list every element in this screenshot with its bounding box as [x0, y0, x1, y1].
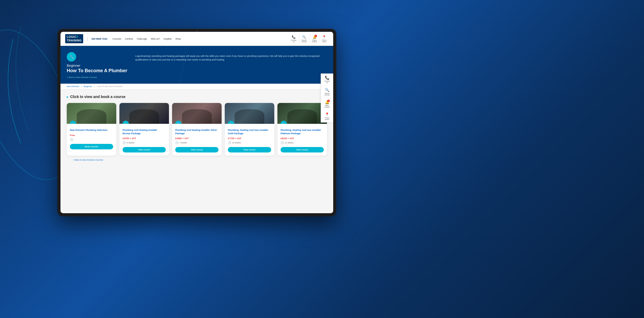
sidebar-search-label: Search courses	[324, 93, 330, 96]
nav-why-us[interactable]: Why us?	[151, 38, 160, 40]
card-duration-3: 🕐 7 weeks	[175, 141, 218, 144]
logo-area: LOGIC4TRAINING | 020 8845 7222	[65, 34, 107, 43]
phone-divider: |	[87, 36, 88, 41]
nav-insights[interactable]: Insights	[163, 38, 172, 40]
card-image-2: 🔧	[119, 103, 169, 124]
phone-icon: 📞	[292, 35, 296, 39]
clock-icon-2: 🕐	[123, 141, 126, 144]
course-card-bronze: 🔧 Plumbing And Heating Installer Bronze …	[119, 103, 169, 156]
hero-back-link[interactable]: < Back to New Entrants Courses	[67, 76, 127, 78]
header-actions: 📞 Contact us 🔍 Searchcourses 🔔 4	[289, 34, 329, 44]
search-courses-button[interactable]: 🔍 Searchcourses	[299, 34, 309, 44]
card-body-1: New Entrants Plumbing Induction Free 🕐 -…	[67, 124, 116, 152]
clock-icon-3: 🕐	[175, 141, 178, 144]
sidebar-location-icon: 📍	[325, 112, 329, 117]
card-person-2	[129, 109, 159, 124]
breadcrumb-sep-2: »	[94, 85, 95, 88]
offers-badge-count: 4	[314, 35, 317, 37]
clock-icon-1: 🕐	[70, 138, 73, 141]
logo[interactable]: LOGIC4TRAINING	[65, 34, 83, 43]
sidebar-search-button[interactable]: 🔍 Search courses	[321, 86, 333, 98]
laptop-frame: LOGIC4TRAINING | 020 8845 7222 Courses C…	[57, 29, 336, 216]
search-label: Searchcourses	[301, 39, 307, 42]
contact-us-button[interactable]: 📞 Contact us	[289, 34, 299, 44]
card-person-5	[287, 109, 317, 124]
find-centre-button[interactable]: 📍 Find acentre	[320, 34, 329, 44]
duration-text-5: 11 weeks	[285, 142, 294, 144]
duration-text-2: 6 weeks	[127, 142, 134, 144]
breadcrumb-current: How To Become A Plumber	[98, 85, 123, 88]
bell-icon: 🔔 4	[313, 35, 317, 39]
card-duration-1: 🕐 -	[70, 138, 113, 141]
clock-icon-4: 🕐	[228, 141, 231, 144]
hero-title: How To Become A Plumber	[67, 68, 127, 74]
card-btn-3[interactable]: View course	[175, 147, 218, 152]
card-price-2: £3700 + VAT	[123, 137, 166, 140]
duration-text-4: 10 weeks	[232, 142, 241, 144]
nav-shop[interactable]: Shop	[175, 38, 181, 40]
hero-inner: 🔧 Beginner How To Become A Plumber < Bac…	[67, 52, 327, 78]
card-price-1: Free	[70, 134, 113, 137]
card-btn-1[interactable]: Book session	[70, 144, 113, 149]
sidebar-contact-button[interactable]: 📞 Contact us	[321, 74, 333, 86]
sidebar-phone-icon: 📞	[325, 76, 329, 80]
card-person-1	[77, 109, 106, 124]
card-duration-2: 🕐 6 weeks	[123, 141, 166, 144]
card-body-2: Plumbing And Heating Installer Bronze Pa…	[119, 124, 169, 156]
card-title-3: Plumbing And Heating Installer Silver Pa…	[175, 129, 218, 135]
card-btn-2[interactable]: View course	[123, 147, 166, 152]
duration-text-3: 7 weeks	[179, 142, 187, 144]
nav-clublogic[interactable]: ClubLogic	[137, 38, 147, 40]
courses-grid: 🔧 New Entrants Plumbing Induction Free 🕐…	[67, 103, 327, 156]
card-title-5: Plumbing, Heating And Gas Installer Plat…	[281, 129, 324, 135]
sidebar-offers-button[interactable]: 🔔 4 Offers & alerts	[321, 98, 333, 110]
sidebar-find-button[interactable]: 📍 Find a centre	[321, 110, 333, 123]
sidebar-contact-label: Contact us	[324, 80, 330, 83]
hero-section: 🔧 Beginner How To Become A Plumber < Bac…	[60, 46, 333, 84]
card-image-5: 🔧	[277, 103, 327, 124]
section-title-text: Click to view and book a course	[70, 95, 125, 99]
course-card-silver: 🔧 Plumbing And Heating Installer Silver …	[172, 103, 222, 156]
clock-icon-5: 🕐	[281, 141, 284, 144]
card-body-4: Plumbing, Heating And Gas Installer Gold…	[225, 124, 274, 156]
sidebar-offers-label: Offers & alerts	[324, 105, 330, 108]
search-icon: 🔍	[302, 35, 306, 39]
camera-dot	[196, 30, 198, 32]
right-sidebar: 📞 Contact us 🔍 Search courses 🔔 4	[321, 74, 333, 123]
card-price-5: £8333 + VAT	[281, 137, 324, 140]
hero-subtitle: Beginner	[67, 64, 127, 68]
card-duration-4: 🕐 10 weeks	[228, 141, 271, 144]
card-person-3	[182, 109, 212, 124]
card-btn-4[interactable]: View course	[228, 147, 271, 152]
card-person-4	[235, 109, 264, 124]
card-body-3: Plumbing And Heating Installer Silver Pa…	[172, 124, 222, 156]
breadcrumb-new-entrants[interactable]: New Entrants	[67, 85, 79, 88]
hero-icon: 🔧	[67, 52, 76, 62]
hero-right: Logic4training's plumbing and heating pa…	[135, 52, 327, 62]
card-title-4: Plumbing, Heating And Gas Installer Gold…	[228, 129, 271, 135]
site-header: LOGIC4TRAINING | 020 8845 7222 Courses C…	[60, 32, 333, 46]
hero-description: Logic4training's plumbing and heating pa…	[135, 54, 327, 62]
card-image-4: 🔧	[225, 103, 274, 124]
main-content: ▸ Click to view and book a course	[60, 89, 333, 168]
main-nav: Courses Centres ClubLogic Why us? Insigh…	[112, 38, 289, 40]
breadcrumb-beginner[interactable]: Beginner	[84, 85, 92, 88]
nav-courses[interactable]: Courses	[112, 38, 121, 40]
sidebar-search-icon: 🔍	[325, 88, 329, 92]
page-background: LOGIC4TRAINING | 020 8845 7222 Courses C…	[0, 0, 644, 318]
breadcrumb: New Entrants » Beginner » How To Become …	[60, 84, 333, 89]
contact-label: Contact us	[291, 39, 296, 42]
course-card-induction: 🔧 New Entrants Plumbing Induction Free 🕐…	[67, 103, 116, 156]
card-image-3: 🔧	[172, 103, 222, 124]
sidebar-badge-count: 4	[327, 100, 330, 102]
card-price-3: £4580 + VAT	[175, 137, 218, 140]
offers-alerts-button[interactable]: 🔔 4 Offers& alerts	[309, 34, 319, 44]
laptop-body: LOGIC4TRAINING | 020 8845 7222 Courses C…	[57, 29, 336, 216]
nav-centres[interactable]: Centres	[125, 38, 133, 40]
back-link-bottom[interactable]: < Back to New Entrants Courses	[67, 156, 327, 164]
sidebar-bell-icon: 🔔 4	[325, 100, 329, 104]
card-btn-5[interactable]: View course	[281, 147, 324, 152]
offers-label: Offers& alerts	[312, 39, 317, 42]
card-duration-5: 🕐 11 weeks	[281, 141, 324, 144]
section-title: ▸ Click to view and book a course	[67, 95, 327, 99]
